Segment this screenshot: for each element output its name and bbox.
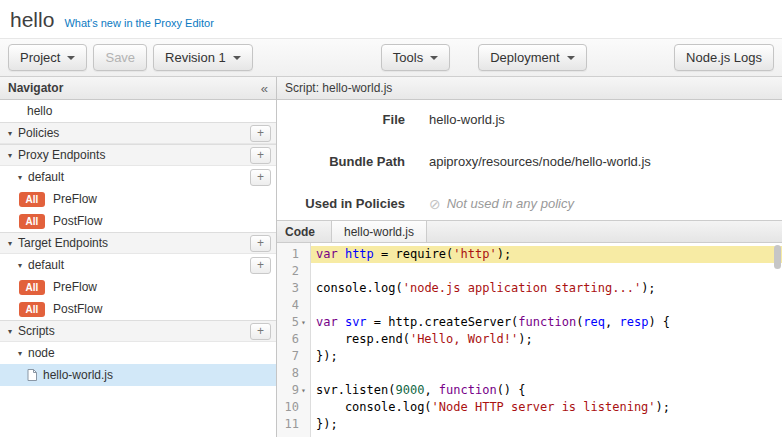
navigator-title: Navigator <box>8 81 63 95</box>
add-target-flow-button[interactable]: + <box>250 257 271 274</box>
tree-section-scripts[interactable]: ▾ Scripts + <box>0 320 276 342</box>
code-line[interactable]: resp.end('Hello, World!'); <box>311 331 782 348</box>
line-number[interactable]: 3 <box>277 280 310 297</box>
code-section-label: Code <box>285 225 315 239</box>
code-line[interactable]: console.log('node.js application startin… <box>311 280 782 297</box>
target-preflow-label: PreFlow <box>53 280 97 294</box>
content-area: Navigator « hello ▾ Policies + ▾ Proxy E… <box>0 77 782 437</box>
file-field-row: File hello-world.js <box>277 112 782 128</box>
proxy-root-label: hello <box>27 104 52 118</box>
condition-badge: All <box>19 192 45 207</box>
code-lines[interactable]: var http = require('http'); console.log(… <box>311 243 782 437</box>
code-line[interactable]: var http = require('http'); <box>311 246 782 263</box>
project-menu-button[interactable]: Project <box>8 44 87 71</box>
code-line[interactable]: svr.listen(9000, function() { <box>311 382 782 399</box>
tree-item-proxy-preflow[interactable]: All PreFlow <box>0 188 276 210</box>
tree-section-policies[interactable]: ▾ Policies + <box>0 122 276 144</box>
code-line[interactable] <box>311 297 782 314</box>
file-field-value: hello-world.js <box>429 112 505 128</box>
proxy-editor-app: hello What's new in the Proxy Editor Pro… <box>0 0 782 437</box>
target-postflow-label: PostFlow <box>53 302 102 316</box>
toolbar: Project Save Revision 1 Tools Deployment… <box>0 38 782 77</box>
disclosure-triangle-icon[interactable]: ▾ <box>18 349 28 358</box>
file-icon <box>27 369 37 381</box>
deployment-menu-button[interactable]: Deployment <box>478 44 586 71</box>
tree-item-proxy-endpoint-default[interactable]: ▾ default + <box>0 166 276 188</box>
condition-badge: All <box>19 280 45 295</box>
disclosure-triangle-icon[interactable]: ▾ <box>8 239 18 248</box>
navigator-tree: hello ▾ Policies + ▾ Proxy Endpoints + ▾… <box>0 100 276 437</box>
tree-item-proxy-root[interactable]: hello <box>0 100 276 122</box>
tree-section-target-endpoints[interactable]: ▾ Target Endpoints + <box>0 232 276 254</box>
code-line[interactable] <box>311 365 782 382</box>
script-panel-title: Script: hello-world.js <box>285 81 392 95</box>
revision-menu-label: Revision 1 <box>165 50 226 65</box>
code-editor[interactable]: 12345▾6789▾1011 var http = require('http… <box>277 243 782 437</box>
condition-badge: All <box>19 302 45 317</box>
add-proxy-flow-button[interactable]: + <box>250 169 271 186</box>
line-number[interactable]: 6 <box>277 331 310 348</box>
used-in-policies-field-value: ⊘ Not used in any policy <box>429 196 574 212</box>
tree-item-proxy-postflow[interactable]: All PostFlow <box>0 210 276 232</box>
proxy-postflow-label: PostFlow <box>53 214 102 228</box>
code-line[interactable]: var svr = http.createServer(function(req… <box>311 314 782 331</box>
tree-item-hello-world-js[interactable]: hello-world.js <box>0 364 276 386</box>
nodejs-logs-label: Node.js Logs <box>686 50 762 65</box>
line-number[interactable]: 2 <box>277 263 310 280</box>
script-meta-form: File hello-world.js Bundle Path apiproxy… <box>277 100 782 220</box>
scrollbar-thumb[interactable] <box>774 245 781 269</box>
line-number[interactable]: 4 <box>277 297 310 314</box>
caret-down-icon <box>567 56 575 60</box>
whats-new-link[interactable]: What's new in the Proxy Editor <box>64 17 213 29</box>
line-number[interactable]: 5▾ <box>277 314 310 331</box>
add-proxy-endpoint-button[interactable]: + <box>250 147 271 164</box>
add-script-button[interactable]: + <box>250 323 271 340</box>
code-header: Code hello-world.js <box>277 220 782 243</box>
tree-item-target-endpoint-default[interactable]: ▾ default + <box>0 254 276 276</box>
file-field-label: File <box>277 112 405 128</box>
tree-section-proxy-endpoints[interactable]: ▾ Proxy Endpoints + <box>0 144 276 166</box>
proxy-title: hello <box>10 8 54 32</box>
bundle-path-field-label: Bundle Path <box>277 154 405 170</box>
code-line[interactable]: }); <box>311 348 782 365</box>
line-number[interactable]: 7 <box>277 348 310 365</box>
code-line[interactable]: console.log('Node HTTP server is listeni… <box>311 399 782 416</box>
add-target-endpoint-button[interactable]: + <box>250 235 271 252</box>
tree-item-target-postflow[interactable]: All PostFlow <box>0 298 276 320</box>
line-number[interactable]: 8 <box>277 365 310 382</box>
tools-menu-button[interactable]: Tools <box>381 44 450 71</box>
section-proxy-endpoints-label: Proxy Endpoints <box>18 148 105 162</box>
line-number[interactable]: 9▾ <box>277 382 310 399</box>
section-policies-label: Policies <box>18 126 59 140</box>
code-line[interactable]: }); <box>311 416 782 433</box>
revision-menu-button[interactable]: Revision 1 <box>153 44 253 71</box>
disclosure-triangle-icon[interactable]: ▾ <box>8 327 18 336</box>
code-tab-hello-world-js[interactable]: hello-world.js <box>331 221 427 242</box>
node-folder-label: node <box>28 346 55 360</box>
target-endpoint-default-label: default <box>28 258 64 272</box>
add-policy-button[interactable]: + <box>250 125 271 142</box>
fold-arrow-icon[interactable]: ▾ <box>299 382 308 399</box>
fold-arrow-icon[interactable]: ▾ <box>299 314 308 331</box>
condition-badge: All <box>19 214 45 229</box>
section-scripts-label: Scripts <box>18 324 55 338</box>
nodejs-logs-button[interactable]: Node.js Logs <box>674 44 774 71</box>
disclosure-triangle-icon[interactable]: ▾ <box>18 261 28 270</box>
collapse-panel-icon[interactable]: « <box>261 81 268 96</box>
line-number[interactable]: 1 <box>277 246 310 263</box>
unlink-icon: ⊘ <box>429 197 441 211</box>
script-file-label: hello-world.js <box>43 368 113 382</box>
used-in-policies-field-label: Used in Policies <box>277 196 405 212</box>
tree-item-node-folder[interactable]: ▾ node <box>0 342 276 364</box>
tree-item-target-preflow[interactable]: All PreFlow <box>0 276 276 298</box>
line-number[interactable]: 10 <box>277 399 310 416</box>
code-line[interactable] <box>311 263 782 280</box>
used-in-policies-field-row: Used in Policies ⊘ Not used in any polic… <box>277 196 782 212</box>
save-button[interactable]: Save <box>93 44 147 71</box>
disclosure-triangle-icon[interactable]: ▾ <box>8 129 18 138</box>
disclosure-triangle-icon[interactable]: ▾ <box>8 151 18 160</box>
line-number[interactable]: 11 <box>277 416 310 433</box>
disclosure-triangle-icon[interactable]: ▾ <box>18 173 28 182</box>
not-used-text: Not used in any policy <box>447 196 574 212</box>
script-detail-panel: Script: hello-world.js File hello-world.… <box>277 77 782 437</box>
